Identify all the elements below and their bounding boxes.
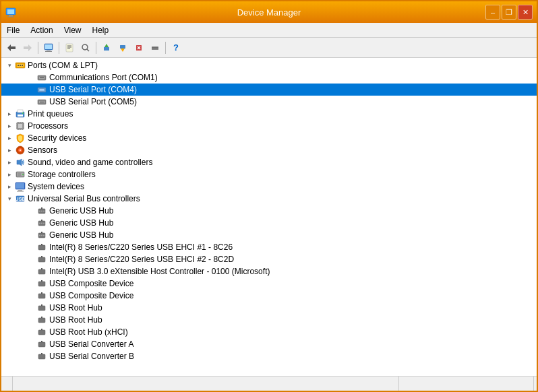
tree-item-storage[interactable]: Storage controllers [1, 168, 537, 181]
usb-hub3-icon [36, 230, 47, 240]
usb-root2-label: USB Root Hub [49, 315, 102, 325]
svg-point-81 [43, 211, 44, 212]
usb-comp2-label: USB Composite Device [49, 291, 133, 300]
restore-button[interactable]: ❐ [502, 5, 516, 20]
tree-item-usb-serial-b[interactable]: USB Serial Converter B [1, 350, 537, 362]
tree-item-usb-comp1[interactable]: USB Composite Device [1, 277, 537, 290]
tree-item-usb-hub1[interactable]: Generic USB Hub [1, 205, 537, 217]
expander-ehci2 [26, 254, 36, 265]
intel-xhci-icon [36, 266, 47, 277]
expander-security[interactable] [4, 133, 15, 143]
svg-rect-100 [41, 280, 42, 282]
menu-file[interactable]: File [1, 24, 25, 36]
tree-item-usb-root1[interactable]: USB Root Hub [1, 302, 537, 314]
minimize-button[interactable]: – [485, 5, 500, 20]
print-label: Print queues [28, 109, 73, 119]
usb-root1-label: USB Root Hub [49, 303, 102, 313]
svg-point-44 [42, 102, 44, 103]
port-category-icon [15, 60, 26, 71]
tree-item-print[interactable]: Print queues [1, 108, 537, 120]
tree-item-usb[interactable]: USB Universal Serial Bus controllers [1, 193, 537, 205]
tree-item-intel-ehci1[interactable]: Intel(R) 8 Series/C220 Series USB EHCI #… [1, 241, 537, 253]
tree-item-system[interactable]: System devices [1, 181, 537, 193]
svg-point-90 [41, 235, 42, 236]
rollback-button[interactable] [115, 40, 130, 55]
status-bar [1, 376, 537, 391]
expander-comp1 [26, 278, 36, 289]
svg-rect-101 [38, 294, 45, 298]
properties-button[interactable] [62, 40, 77, 55]
expander-sensors[interactable] [4, 145, 15, 156]
tree-item-ports[interactable]: Ports (COM & LPT) [1, 59, 537, 71]
expander-system[interactable] [4, 181, 15, 192]
help-button[interactable]: ? [169, 40, 183, 55]
tree-item-usb-hub3[interactable]: Generic USB Hub [1, 229, 537, 241]
forward-button[interactable] [20, 40, 35, 55]
svg-rect-10 [66, 44, 73, 52]
usb-serial-a-label: USB Serial Converter A [49, 339, 133, 349]
expander-ehci1 [26, 242, 36, 253]
update-driver-button[interactable] [99, 40, 114, 55]
device-tree[interactable]: Ports (COM & LPT) Communications Port (C… [1, 58, 537, 376]
intel-xhci-label: Intel(R) USB 3.0 eXtensible Host Control… [49, 267, 270, 276]
tree-item-usb-serial-4[interactable]: USB Serial Port (COM4) [1, 84, 537, 96]
expander-processors[interactable] [4, 121, 15, 131]
back-button[interactable] [4, 40, 19, 55]
expander-sound[interactable] [4, 157, 15, 168]
tree-item-intel-xhci[interactable]: Intel(R) USB 3.0 eXtensible Host Control… [1, 265, 537, 277]
usb-hub1-label: Generic USB Hub [49, 206, 113, 216]
menu-view[interactable]: View [59, 24, 87, 36]
menu-help[interactable]: Help [87, 24, 115, 36]
print-category-icon [15, 108, 26, 119]
svg-rect-7 [45, 44, 52, 49]
tree-item-usb-comp2[interactable]: USB Composite Device [1, 290, 537, 302]
svg-rect-96 [41, 256, 42, 257]
svg-rect-50 [18, 124, 22, 128]
svg-rect-103 [38, 306, 45, 311]
expander-root-xhci [26, 327, 36, 337]
expander-usb[interactable] [4, 193, 15, 204]
menu-action[interactable]: Action [25, 24, 58, 36]
tree-item-usb-root2[interactable]: USB Root Hub [1, 314, 537, 326]
usb-root2-icon [36, 315, 47, 325]
intel-ehci2-label: Intel(R) 8 Series/C220 Series USB EHCI #… [49, 255, 234, 264]
tree-item-intel-ehci2[interactable]: Intel(R) 8 Series/C220 Series USB EHCI #… [1, 253, 537, 265]
expander-print[interactable] [4, 108, 15, 119]
svg-rect-108 [41, 329, 42, 330]
expander-ports[interactable] [4, 60, 15, 71]
toolbar-sep-2 [59, 42, 59, 54]
expander-storage[interactable] [4, 169, 15, 180]
uninstall-button[interactable] [131, 40, 146, 55]
menu-bar: File Action View Help [1, 23, 537, 38]
tree-item-usb-serial-a[interactable]: USB Serial Converter A [1, 338, 537, 350]
tree-item-usb-root-xhci[interactable]: USB Root Hub (xHCI) [1, 326, 537, 338]
tree-item-sound[interactable]: Sound, video and game controllers [1, 156, 537, 168]
main-window: Device Manager – ❐ ✕ File Action View He… [0, 0, 538, 392]
svg-rect-92 [41, 232, 42, 233]
computer-button[interactable] [41, 40, 56, 55]
tree-item-processors[interactable]: Processors [1, 120, 537, 132]
status-text [4, 377, 13, 391]
tree-item-comm-port[interactable]: Communications Port (COM1) [1, 71, 537, 84]
svg-rect-87 [41, 220, 42, 221]
svg-point-84 [39, 223, 40, 224]
status-seg-2 [13, 377, 399, 391]
svg-point-89 [39, 235, 40, 236]
usb-comp2-icon [36, 290, 47, 301]
usb-serial-5-icon [36, 96, 47, 107]
svg-point-43 [41, 102, 42, 103]
svg-point-37 [40, 90, 41, 91]
usb-root-xhci-icon [36, 327, 47, 337]
tree-item-usb-serial-5[interactable]: USB Serial Port (COM5) [1, 96, 537, 108]
svg-point-33 [41, 77, 42, 79]
toolbar-sep-4 [165, 42, 166, 54]
svg-rect-102 [41, 292, 42, 294]
svg-point-34 [42, 77, 44, 79]
tree-item-security[interactable]: Security devices [1, 132, 537, 144]
tree-item-usb-hub2[interactable]: Generic USB Hub [1, 217, 537, 229]
svg-point-27 [18, 65, 19, 66]
tree-item-sensors[interactable]: Sensors [1, 144, 537, 156]
disable-button[interactable] [148, 40, 162, 55]
close-button[interactable]: ✕ [518, 5, 533, 20]
scan-button[interactable] [78, 40, 93, 55]
